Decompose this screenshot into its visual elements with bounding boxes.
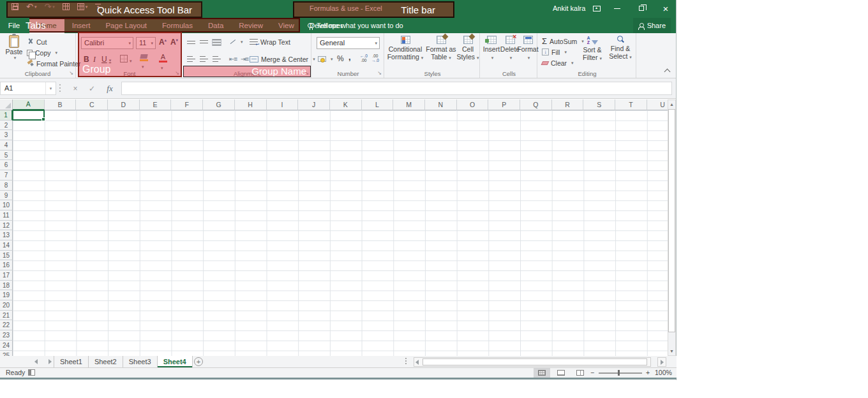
orientation-button[interactable] [229,37,243,47]
zoom-in-icon[interactable]: + [646,369,650,376]
minimize-button[interactable] [608,0,627,17]
clear-button[interactable]: Clear [542,58,574,68]
row-header[interactable]: 20 [0,300,13,311]
row-header[interactable]: 19 [0,290,13,300]
macro-record-icon[interactable] [28,369,35,376]
column-header[interactable]: U [647,100,668,110]
column-header[interactable]: R [552,100,584,110]
row-header[interactable]: 7 [0,170,13,181]
horizontal-align-buttons[interactable] [187,54,221,64]
vertical-scroll-thumb[interactable] [668,109,675,332]
column-header[interactable]: I [267,100,299,110]
row-header[interactable]: 4 [0,140,13,151]
font-color-button[interactable]: A [159,54,167,71]
increase-indent-button[interactable]: ⇥≡ [241,54,248,64]
vertical-scrollbar[interactable]: ▲ ▼ [668,100,676,356]
insert-cells-button[interactable]: Insert [483,36,500,61]
accounting-format-button[interactable] [318,54,333,64]
column-header[interactable]: J [298,100,330,110]
name-box[interactable]: A1 ▾ [0,82,56,95]
ribbon-tab[interactable]: Home [29,18,64,33]
row-header[interactable]: 12 [0,221,13,231]
sort-filter-button[interactable]: AZ Sort & Filter [578,36,606,62]
row-header[interactable]: 16 [0,260,13,270]
column-header[interactable]: C [76,100,108,110]
horizontal-scroll-thumb[interactable] [423,358,647,365]
column-header[interactable]: K [330,100,362,110]
ribbon-tab[interactable]: Page Layout [98,18,154,33]
redo-icon[interactable]: ↷▾ [44,3,54,10]
row-header[interactable]: 17 [0,270,13,281]
zoom-slider-thumb[interactable] [618,370,620,376]
page-layout-view-button[interactable] [553,368,569,378]
ribbon-tab[interactable]: Data [200,18,231,33]
scroll-left-icon[interactable] [415,360,419,365]
row-header[interactable]: 6 [0,160,13,170]
find-select-button[interactable]: Find & Select [606,36,634,61]
share-button[interactable]: Share [633,18,671,33]
column-header[interactable]: B [45,100,77,110]
formula-input[interactable] [121,82,672,95]
number-dialog-launcher-icon[interactable]: ↘ [377,71,382,76]
column-header[interactable]: P [488,100,520,110]
ribbon-tab[interactable]: View [271,18,302,33]
column-header[interactable]: F [171,100,203,110]
decrease-indent-button[interactable]: ⇤≡ [229,54,237,64]
undo-icon[interactable]: ↶▾ [26,3,36,10]
row-header[interactable]: 3 [0,130,13,140]
select-all-corner[interactable] [0,100,13,110]
ribbon-tab[interactable]: Review [231,18,271,33]
row-header[interactable]: 22 [0,320,13,330]
column-header[interactable]: H [235,100,267,110]
shrink-font-button[interactable]: A▾ [170,38,178,47]
column-header[interactable]: M [393,100,425,110]
column-header[interactable]: A [13,100,45,110]
splitter-grip-icon[interactable] [405,358,407,359]
sheet-tab[interactable]: Sheet3 [123,356,158,367]
align-middle-icon[interactable] [200,40,208,45]
cancel-icon[interactable]: × [68,82,83,95]
insert-function-icon[interactable]: fx [102,82,117,95]
increase-decimal-button[interactable]: ←.0.00 [360,54,368,63]
format-cells-button[interactable]: Format [518,36,537,61]
row-header[interactable]: 10 [0,200,13,210]
enter-icon[interactable]: ✓ [84,82,100,95]
row-header[interactable]: 8 [0,181,13,191]
align-left-icon[interactable] [187,56,195,62]
row-header[interactable]: 23 [0,330,13,341]
bold-button[interactable]: B [84,55,89,64]
column-header[interactable]: Q [520,100,552,110]
fill-color-button[interactable] [140,54,148,70]
vertical-align-buttons[interactable] [187,38,221,47]
row-header[interactable]: 25 [0,351,13,357]
alignment-dialog-launcher-icon[interactable]: ↘ [304,71,309,76]
borders-button[interactable] [120,55,132,64]
column-header[interactable]: O [457,100,489,110]
name-box-dropdown-icon[interactable]: ▾ [45,82,56,94]
decrease-decimal-button[interactable]: .00→.0 [371,54,379,63]
row-header[interactable]: 11 [0,210,13,221]
row-header[interactable]: 24 [0,341,13,351]
ribbon-tab[interactable]: Formulas [154,18,200,33]
normal-view-button[interactable] [534,368,550,378]
previous-sheet-icon[interactable] [34,359,38,364]
column-header[interactable]: D [108,100,140,110]
page-break-view-button[interactable] [572,368,588,378]
align-bottom-icon[interactable] [213,40,221,45]
cells-area[interactable] [13,110,668,356]
row-header[interactable]: 9 [0,191,13,201]
column-header[interactable]: N [425,100,457,110]
save-icon[interactable] [11,3,19,10]
close-button[interactable]: × [656,0,675,17]
number-format-select[interactable]: General [317,37,380,49]
workbook-grid-icon[interactable] [63,3,70,10]
cut-button[interactable]: Cut [27,37,47,47]
ribbon-tab[interactable]: Insert [64,18,98,33]
align-top-icon[interactable] [187,41,195,44]
zoom-out-icon[interactable]: − [590,369,594,376]
format-painter-button[interactable]: Format Painter [27,59,80,68]
customize-qat-icon[interactable]: ▾ [95,4,101,10]
font-size-select[interactable]: 11 [136,37,156,49]
comma-style-button[interactable]: , [348,52,351,62]
scroll-down-icon[interactable]: ▼ [668,347,675,355]
